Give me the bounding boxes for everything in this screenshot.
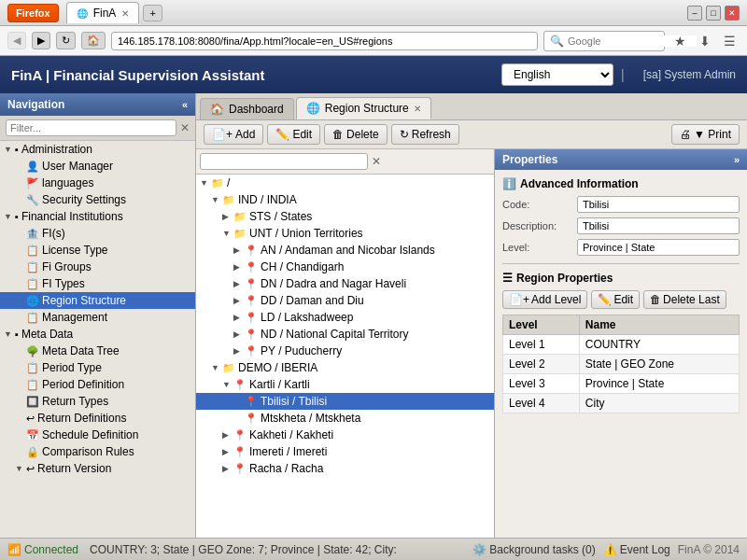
maximize-button[interactable]: □ [706, 6, 721, 21]
tree-node-unt[interactable]: ▼ 📁 UNT / Union Territories [196, 225, 494, 242]
tab-dashboard[interactable]: 🏠 Dashboard [200, 98, 294, 119]
separator: | [621, 67, 625, 82]
delete-label: Delete [346, 128, 379, 141]
col-name: Name [579, 315, 739, 335]
delete-button[interactable]: 🗑 Delete [324, 124, 388, 145]
bg-tasks-label: Background tasks (0) [489, 543, 595, 556]
fi-s-icon: 🏦 [26, 228, 39, 240]
reload-button[interactable]: ↻ [56, 32, 76, 49]
tree-node-ind[interactable]: ▼ 📁 IND / INDIA [196, 191, 494, 208]
tab-close-region-structure[interactable]: ✕ [414, 104, 421, 114]
download-icon[interactable]: ⬇ [696, 32, 714, 50]
region-edit-button[interactable]: ✏️ Edit [591, 290, 640, 309]
sidebar-filter-clear-btn[interactable]: ✕ [180, 121, 190, 134]
region-props-section: ☰ Region Properties [502, 272, 740, 285]
sidebar-item-schedule-definition[interactable]: 📅 Schedule Definition [0, 427, 195, 443]
connected-label: Connected [24, 543, 78, 556]
new-tab-button[interactable]: + [143, 5, 162, 21]
cell-level: Level 3 [503, 374, 580, 394]
sidebar-item-comparison-rules[interactable]: 🔒 Comparison Rules [0, 443, 195, 460]
tree-node-nd[interactable]: ▶ 📍 ND / National Capital Territory [196, 326, 494, 343]
sidebar-label-period-definition: Period Definition [42, 378, 124, 391]
tab-close-btn[interactable]: ✕ [121, 8, 129, 19]
toggle-icon: ▶ [233, 329, 245, 339]
tree-node-ch[interactable]: ▶ 📍 CH / Chandigarh [196, 259, 494, 275]
toggle-icon: ▶ [222, 430, 233, 440]
sidebar-item-administration[interactable]: ▼ ▪ Administration [0, 141, 195, 158]
sidebar-item-financial-institutions[interactable]: ▼ ▪ Financial Institutions [0, 208, 195, 225]
tree-node-kakheti[interactable]: ▶ 📍 Kakheti / Kakheti [196, 427, 494, 443]
sidebar-item-period-definition[interactable]: 📋 Period Definition [0, 376, 195, 393]
sidebar-item-languages[interactable]: 🚩 languages [0, 175, 195, 191]
tree-node-py[interactable]: ▶ 📍 PY / Puducherry [196, 343, 494, 359]
node-label-kartli: Kartli / Kartli [249, 378, 310, 391]
event-log[interactable]: ⚠️ Event Log [603, 543, 670, 556]
tree-node-ld[interactable]: ▶ 📍 LD / Lakshadweep [196, 309, 494, 326]
connection-status: 📶 Connected [7, 543, 78, 556]
menu-icon[interactable]: ☰ [720, 32, 740, 50]
node-label-nd: ND / National Capital Territory [261, 328, 409, 341]
tree-node-racha[interactable]: ▶ 📍 Racha / Racha [196, 460, 494, 477]
active-tab[interactable]: 🌐 FinA ✕ [66, 2, 140, 23]
forward-button[interactable]: ▶ [32, 32, 50, 49]
sidebar-item-return-version[interactable]: ▼ ↩ Return Version [0, 460, 195, 477]
tree-node-demo[interactable]: ▼ 📁 DEMO / IBERIA [196, 359, 494, 376]
tree-node-dd[interactable]: ▶ 📍 DD / Daman and Diu [196, 292, 494, 309]
cell-name: City [579, 394, 739, 413]
home-button[interactable]: 🏠 [81, 32, 106, 49]
sidebar-item-period-type[interactable]: 📋 Period Type [0, 359, 195, 376]
toggle-icon: ▶ [222, 464, 233, 473]
bookmark-icon[interactable]: ★ [670, 32, 690, 50]
sidebar-item-region-structure[interactable]: 🌐 Region Structure [0, 292, 195, 309]
delete-last-button[interactable]: 🗑 Delete Last [643, 290, 726, 309]
tree-node-mtskheta[interactable]: 📍 Mtskheta / Mtskheta [196, 410, 494, 427]
sidebar-item-return-types[interactable]: 🔲 Return Types [0, 393, 195, 410]
refresh-button[interactable]: ↻ Refresh [391, 124, 459, 145]
tree-node-sts[interactable]: ▶ 📁 STS / States [196, 208, 494, 225]
sidebar-item-security-settings[interactable]: 🔧 Security Settings [0, 191, 195, 208]
tree-node-root[interactable]: ▼ 📁 / [196, 175, 494, 191]
node-label-ch: CH / Chandigarh [261, 260, 344, 273]
expand-button[interactable]: » [734, 154, 740, 165]
admin-icon: ▪ [15, 144, 19, 155]
sidebar-item-fi-types[interactable]: 📋 FI Types [0, 275, 195, 292]
warning-icon: ⚠️ [603, 543, 617, 556]
sidebar-item-management[interactable]: 📋 Management [0, 309, 195, 326]
tree-node-imereti[interactable]: ▶ 📍 Imereti / Imereti [196, 443, 494, 460]
tree-node-kartli[interactable]: ▼ 📍 Kartli / Kartli [196, 376, 494, 393]
add-button[interactable]: 📄+ Add [204, 124, 263, 145]
tree-node-an[interactable]: ▶ 📍 AN / Andaman and Nicobar Islands [196, 242, 494, 259]
sidebar-item-meta-data[interactable]: ▼ ▪ Meta Data [0, 326, 195, 343]
node-label-dn: DN / Dadra and Nagar Haveli [261, 277, 406, 290]
print-button[interactable]: 🖨 ▼ Print [671, 124, 740, 145]
close-button[interactable]: ✕ [725, 6, 740, 21]
tree-search-input[interactable] [200, 153, 368, 170]
sidebar-collapse-button[interactable]: « [182, 99, 188, 110]
edit-button[interactable]: ✏️ Edit [267, 124, 320, 145]
tree-node-dn[interactable]: ▶ 📍 DN / Dadra and Nagar Haveli [196, 275, 494, 292]
pin-icon: 📍 [233, 379, 247, 391]
add-level-button[interactable]: 📄+ Add Level [502, 290, 587, 309]
toggle-icon: ▼ [15, 464, 26, 473]
folder-icon: 📁 [211, 177, 224, 189]
tab-label-dashboard: Dashboard [229, 103, 284, 116]
minimize-button[interactable]: – [687, 6, 702, 21]
sidebar-item-meta-data-tree[interactable]: 🌳 Meta Data Tree [0, 343, 195, 359]
firefox-button[interactable]: Firefox [7, 4, 59, 22]
bg-tasks[interactable]: ⚙️ Background tasks (0) [472, 543, 595, 556]
sidebar-label-security-settings: Security Settings [42, 193, 126, 206]
sidebar-item-fi-s[interactable]: 🏦 FI(s) [0, 225, 195, 242]
folder-icon: 📁 [233, 228, 247, 240]
tree-node-tbilisi[interactable]: 📍 Tbilisi / Tbilisi [196, 393, 494, 410]
pin-icon: 📍 [245, 329, 258, 341]
language-select[interactable]: English [501, 63, 613, 86]
tab-region-structure[interactable]: 🌐 Region Structure ✕ [296, 97, 431, 119]
tree-clear-btn[interactable]: ✕ [372, 155, 381, 168]
sidebar-item-user-manager[interactable]: 👤 User Manager [0, 158, 195, 175]
back-button[interactable]: ◀ [7, 32, 26, 49]
sidebar-filter-input[interactable] [6, 119, 176, 136]
sidebar-item-license-type[interactable]: 📋 License Type [0, 242, 195, 259]
sidebar-item-fi-groups[interactable]: 📋 Fi Groups [0, 259, 195, 275]
url-input[interactable] [111, 32, 538, 50]
sidebar-item-return-definitions[interactable]: ↩ Return Definitions [0, 410, 195, 427]
